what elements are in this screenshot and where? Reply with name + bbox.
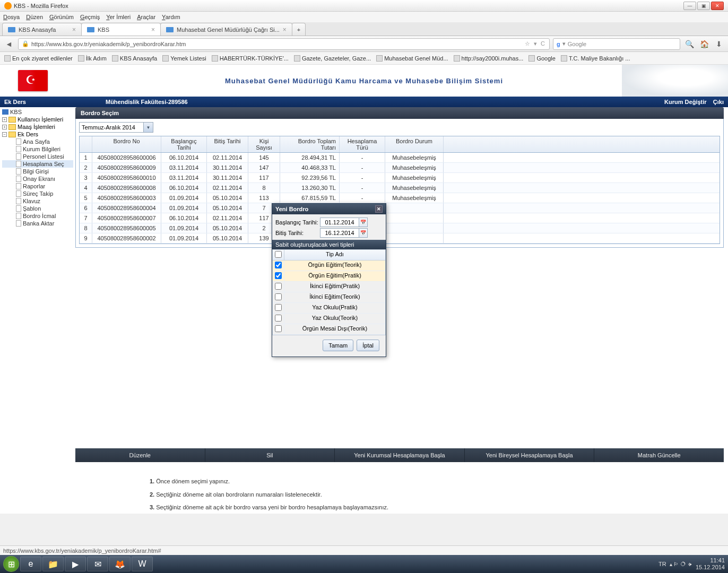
table-row[interactable]: 240508002895860000903.11.201430.11.20141… — [80, 163, 720, 173]
action-button[interactable]: Yeni Bireysel Hesaplamaya Başla — [465, 448, 595, 462]
calendar-icon[interactable]: 📅 — [359, 228, 368, 238]
tree-root[interactable]: KBS — [2, 108, 73, 116]
bookmark-item[interactable]: KBS Anasayfa — [112, 55, 157, 62]
calendar-icon[interactable]: 📅 — [359, 218, 368, 227]
tree-leaf[interactable]: Hesaplama Seç — [2, 160, 73, 168]
bookmark-item[interactable]: İlk Adım — [78, 55, 107, 62]
column-header[interactable]: Başlangıç Tarihi — [161, 136, 207, 152]
tree-leaf[interactable]: Personel Listesi — [2, 153, 73, 160]
action-button[interactable]: Düzenle — [75, 448, 205, 462]
table-row[interactable]: 740508002895860000706.10.201402.11.20141… — [80, 213, 720, 223]
column-header[interactable]: Bordro No — [92, 136, 161, 152]
dialog-title-bar[interactable]: Yeni Bordro ✕ — [272, 204, 386, 214]
end-date-input[interactable] — [320, 228, 359, 238]
tree-leaf[interactable]: Klavuz — [2, 197, 73, 205]
type-checkbox[interactable] — [275, 262, 282, 268]
type-row[interactable]: Örgün Eğitim(Pratik) — [273, 271, 385, 282]
lang-indicator[interactable]: TR — [658, 561, 666, 567]
column-header[interactable]: Bordro Durum — [385, 136, 444, 152]
address-bar[interactable]: 🔒 https://www.kbs.gov.tr/yeniakademik/p_… — [18, 38, 550, 50]
bookmark-item[interactable]: Yemek Listesi — [162, 55, 206, 62]
search-box[interactable]: g ▾ Google — [553, 38, 680, 50]
tree-leaf[interactable]: Şablon — [2, 205, 73, 212]
tree-leaf[interactable]: Banka Aktar — [2, 220, 73, 227]
browser-tab[interactable]: KBS Anasayfa× — [2, 23, 82, 36]
dialog-close-icon[interactable]: ✕ — [375, 205, 383, 213]
bookmark-item[interactable]: Muhasebat Genel Müd... — [376, 55, 448, 62]
taskbar-ie[interactable]: e — [20, 557, 41, 571]
table-row[interactable]: 840508002895860000501.09.201405.10.20142… — [80, 223, 720, 233]
bookmark-item[interactable]: T.C. Maliye Bakanlığı ... — [561, 55, 630, 62]
type-checkbox[interactable] — [275, 293, 282, 300]
column-header[interactable]: Hesaplama Türü — [340, 136, 385, 152]
tree-leaf[interactable]: Bordro İcmal — [2, 212, 73, 220]
home-icon[interactable]: 🏠 — [698, 38, 710, 50]
table-row[interactable]: 140508002895860000606.10.201402.11.20141… — [80, 153, 720, 163]
search-icon[interactable]: 🔍 — [683, 38, 695, 50]
type-checkbox[interactable] — [275, 283, 282, 290]
tab-close-icon[interactable]: × — [283, 26, 287, 33]
column-header[interactable]: Kişi Sayısı — [248, 136, 280, 152]
maximize-button[interactable]: ▣ — [697, 2, 710, 10]
tree-leaf[interactable]: Süreç Takip — [2, 190, 73, 197]
table-row[interactable]: 640508002895860000401.09.201405.10.20147… — [80, 203, 720, 213]
column-header[interactable]: Bordro Toplam Tutarı — [280, 136, 340, 152]
close-button[interactable]: ✕ — [711, 2, 724, 10]
collapse-icon[interactable]: − — [2, 132, 7, 137]
tray-icons[interactable]: ▴ 🏳 🔿 🕩 — [670, 561, 692, 567]
ok-button[interactable]: Tamam — [323, 340, 353, 351]
taskbar-outlook[interactable]: ✉ — [87, 557, 108, 571]
menu-yer i̇mleri[interactable]: Yer İmleri — [106, 14, 131, 20]
action-button[interactable]: Sil — [205, 448, 335, 462]
bookmark-item[interactable]: HABERTÜRK-TÜRKİYE'... — [212, 55, 289, 62]
type-checkbox[interactable] — [275, 304, 282, 311]
menu-geçmiş[interactable]: Geçmiş — [80, 14, 100, 20]
new-tab-button[interactable]: + — [292, 23, 306, 36]
start-button[interactable]: ⊞ — [3, 556, 19, 572]
select-all-checkbox[interactable] — [275, 251, 282, 258]
tree-leaf[interactable]: Raporlar — [2, 183, 73, 190]
menu-görünüm[interactable]: Görünüm — [49, 14, 74, 20]
clock[interactable]: 11:41 15.12.2014 — [696, 557, 725, 571]
taskbar-explorer[interactable]: 📁 — [42, 557, 64, 571]
type-row[interactable]: Örgün Mesai Dışı(Teorik) — [273, 324, 385, 335]
browser-tab[interactable]: KBS× — [81, 23, 161, 36]
action-button[interactable]: Matrah Güncelle — [594, 448, 724, 462]
expand-icon[interactable]: + — [2, 117, 7, 122]
type-row[interactable]: Yaz Okulu(Pratik) — [273, 303, 385, 314]
download-icon[interactable]: ⬇ — [713, 38, 725, 50]
table-row[interactable]: 940508002895860000201.09.201405.10.20141… — [80, 233, 720, 244]
bookmark-item[interactable]: Google — [528, 55, 555, 62]
change-org-link[interactable]: Kurum Değiştir — [664, 99, 706, 105]
type-checkbox[interactable] — [275, 315, 282, 322]
menu-araçlar[interactable]: Araçlar — [137, 14, 155, 20]
type-checkbox[interactable] — [275, 325, 282, 332]
bookmark-item[interactable]: En çok ziyaret edilenler — [4, 55, 73, 62]
menu-yardım[interactable]: Yardım — [162, 14, 180, 20]
tab-close-icon[interactable]: × — [151, 26, 155, 33]
taskbar-word[interactable]: W — [132, 557, 153, 571]
logout-link[interactable]: Çıkı — [713, 99, 724, 105]
type-row[interactable]: İkinci Eğitim(Teorik) — [273, 292, 385, 303]
table-row[interactable]: 440508002895860000806.10.201402.11.20148… — [80, 183, 720, 193]
type-row[interactable]: Örgün Eğitim(Teorik) — [273, 261, 385, 271]
taskbar-media[interactable]: ▶ — [65, 557, 86, 571]
tree-leaf[interactable]: Kurum Bilgileri — [2, 145, 73, 153]
table-row[interactable]: 540508002895860000301.09.201405.10.20141… — [80, 193, 720, 203]
tree-leaf[interactable]: Onay Ekranı — [2, 175, 73, 183]
tab-close-icon[interactable]: × — [72, 26, 76, 33]
minimize-button[interactable]: — — [683, 2, 696, 10]
column-header[interactable] — [80, 136, 92, 152]
menu-düzen[interactable]: Düzen — [26, 14, 43, 20]
column-header[interactable]: Bitiş Tarihi — [207, 136, 248, 152]
cancel-button[interactable]: İptal — [357, 340, 379, 351]
action-button[interactable]: Yeni Kurumsal Hesaplamaya Başla — [335, 448, 465, 462]
type-checkbox[interactable] — [275, 272, 282, 279]
taskbar-firefox[interactable]: 🦊 — [109, 557, 131, 571]
menu-dosya[interactable]: Dosya — [3, 14, 20, 20]
type-row[interactable]: Yaz Okulu(Teorik) — [273, 314, 385, 324]
browser-tab[interactable]: Muhasebat Genel Müdürlüğü Çağrı Si...× — [160, 23, 292, 36]
expand-icon[interactable]: + — [2, 125, 7, 129]
tree-leaf[interactable]: Bilgi Girişi — [2, 168, 73, 175]
bookmark-item[interactable]: Gazete, Gazeteler, Gaze... — [294, 55, 371, 62]
